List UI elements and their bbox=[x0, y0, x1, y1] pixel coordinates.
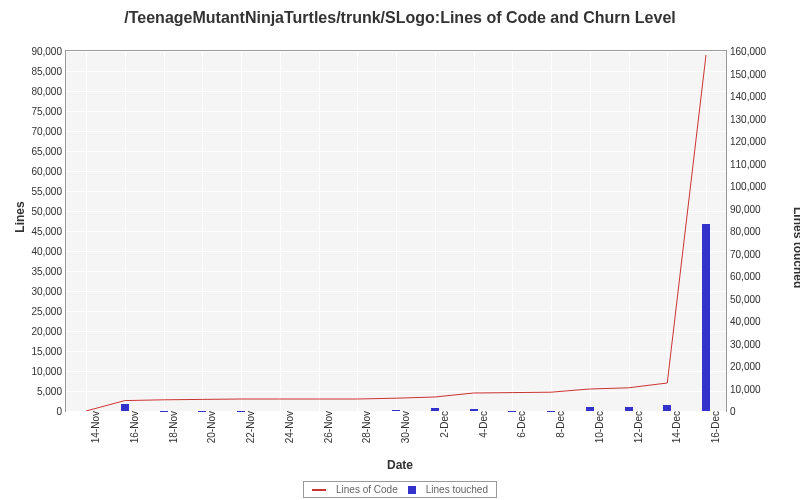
bar-lines-touched bbox=[470, 409, 478, 411]
x-tick: 30-Nov bbox=[396, 411, 411, 443]
legend-item-loc: Lines of Code bbox=[336, 484, 398, 495]
x-tick: 16-Nov bbox=[125, 411, 140, 443]
chart-title: /TeenageMutantNinjaTurtles/trunk/SLogo:L… bbox=[0, 0, 800, 37]
y-right-tick: 100,000 bbox=[726, 181, 766, 192]
y-left-tick: 10,000 bbox=[31, 366, 66, 377]
legend: Lines of Code Lines touched bbox=[303, 481, 497, 498]
x-axis-label: Date bbox=[0, 458, 800, 472]
x-tick: 16-Dec bbox=[706, 411, 721, 443]
y-left-tick: 80,000 bbox=[31, 86, 66, 97]
y-left-tick: 50,000 bbox=[31, 206, 66, 217]
bar-lines-touched bbox=[121, 404, 129, 411]
y-right-tick: 40,000 bbox=[726, 316, 761, 327]
bar-lines-touched bbox=[625, 407, 633, 411]
y-left-tick: 35,000 bbox=[31, 266, 66, 277]
y-left-tick: 70,000 bbox=[31, 126, 66, 137]
y-left-tick: 45,000 bbox=[31, 226, 66, 237]
x-tick: 10-Dec bbox=[590, 411, 605, 443]
y-right-tick: 120,000 bbox=[726, 136, 766, 147]
y-right-tick: 20,000 bbox=[726, 361, 761, 372]
x-tick: 26-Nov bbox=[319, 411, 334, 443]
y-right-tick: 60,000 bbox=[726, 271, 761, 282]
bar-lines-touched bbox=[586, 407, 594, 412]
x-tick: 28-Nov bbox=[357, 411, 372, 443]
y-left-tick: 60,000 bbox=[31, 166, 66, 177]
y-left-tick: 40,000 bbox=[31, 246, 66, 257]
y-right-tick: 160,000 bbox=[726, 46, 766, 57]
bar-lines-touched bbox=[392, 410, 400, 411]
plot-area: 05,00010,00015,00020,00025,00030,00035,0… bbox=[65, 50, 727, 412]
legend-square-icon bbox=[408, 486, 416, 494]
legend-line-icon bbox=[312, 489, 326, 491]
y-left-tick: 55,000 bbox=[31, 186, 66, 197]
bar-lines-touched bbox=[702, 224, 710, 411]
legend-item-touched: Lines touched bbox=[426, 484, 488, 495]
y-right-tick: 130,000 bbox=[726, 113, 766, 124]
y-left-tick: 0 bbox=[56, 406, 66, 417]
y-right-tick: 50,000 bbox=[726, 293, 761, 304]
y-right-tick: 30,000 bbox=[726, 338, 761, 349]
x-tick: 8-Dec bbox=[551, 411, 566, 438]
bar-lines-touched bbox=[431, 408, 439, 411]
x-tick: 2-Dec bbox=[435, 411, 450, 438]
y-right-tick: 10,000 bbox=[726, 383, 761, 394]
y-left-tick: 65,000 bbox=[31, 146, 66, 157]
y-left-tick: 90,000 bbox=[31, 46, 66, 57]
y-right-tick: 80,000 bbox=[726, 226, 761, 237]
x-tick: 14-Nov bbox=[86, 411, 101, 443]
y-left-tick: 85,000 bbox=[31, 66, 66, 77]
x-tick: 24-Nov bbox=[280, 411, 295, 443]
y-axis-right-label: Lines touched bbox=[791, 207, 800, 227]
x-tick: 12-Dec bbox=[629, 411, 644, 443]
x-tick: 4-Dec bbox=[474, 411, 489, 438]
y-right-tick: 0 bbox=[726, 406, 736, 417]
x-tick: 14-Dec bbox=[667, 411, 682, 443]
y-right-tick: 70,000 bbox=[726, 248, 761, 259]
x-tick: 20-Nov bbox=[202, 411, 217, 443]
y-left-tick: 75,000 bbox=[31, 106, 66, 117]
y-right-tick: 110,000 bbox=[726, 158, 766, 169]
x-tick: 22-Nov bbox=[241, 411, 256, 443]
x-tick: 6-Dec bbox=[512, 411, 527, 438]
y-left-tick: 15,000 bbox=[31, 346, 66, 357]
chart-container: /TeenageMutantNinjaTurtles/trunk/SLogo:L… bbox=[0, 0, 800, 500]
y-axis-left-label: Lines bbox=[13, 197, 27, 237]
y-right-tick: 150,000 bbox=[726, 68, 766, 79]
bar-lines-touched bbox=[663, 405, 671, 411]
y-left-tick: 20,000 bbox=[31, 326, 66, 337]
x-tick: 18-Nov bbox=[164, 411, 179, 443]
y-left-tick: 25,000 bbox=[31, 306, 66, 317]
y-left-tick: 30,000 bbox=[31, 286, 66, 297]
y-right-tick: 90,000 bbox=[726, 203, 761, 214]
y-right-tick: 140,000 bbox=[726, 91, 766, 102]
y-left-tick: 5,000 bbox=[37, 386, 66, 397]
